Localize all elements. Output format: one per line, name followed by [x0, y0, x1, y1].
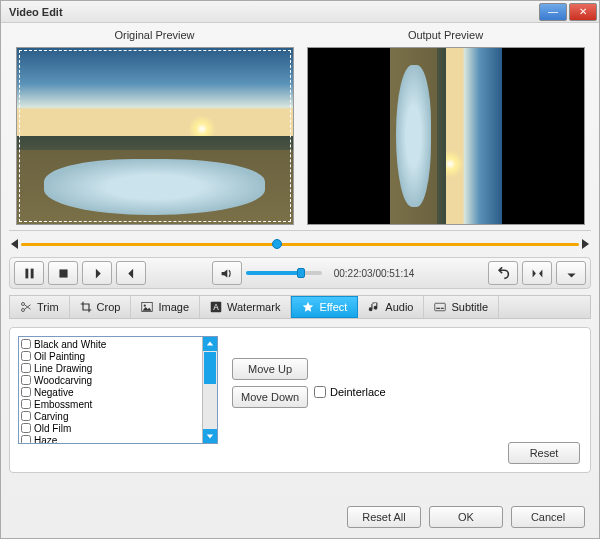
flip-horizontal-button[interactable]	[522, 261, 552, 285]
tab-audio-label: Audio	[385, 301, 413, 313]
list-item[interactable]: Oil Painting	[20, 350, 201, 362]
minimize-button[interactable]: —	[539, 3, 567, 21]
timeline-start-marker[interactable]	[11, 239, 18, 249]
mark-in-button[interactable]	[82, 261, 112, 285]
effect-checkbox[interactable]	[21, 339, 31, 349]
timeline[interactable]	[11, 235, 589, 253]
move-down-button[interactable]: Move Down	[232, 386, 308, 408]
original-preview-box[interactable]	[16, 47, 294, 225]
svg-text:A: A	[213, 303, 219, 312]
window-title: Video Edit	[1, 6, 63, 18]
tab-effect[interactable]: Effect	[291, 296, 358, 318]
tab-trim[interactable]: Trim	[10, 296, 70, 318]
effect-checkbox[interactable]	[21, 363, 31, 373]
svg-rect-2	[59, 269, 67, 277]
svg-rect-9	[435, 303, 446, 311]
list-item[interactable]: Line Drawing	[20, 362, 201, 374]
tab-watermark-label: Watermark	[227, 301, 280, 313]
pause-button[interactable]	[14, 261, 44, 285]
list-item[interactable]: Black and White	[20, 338, 201, 350]
titlebar: Video Edit — ✕	[1, 1, 599, 23]
subtitle-icon	[434, 301, 446, 313]
output-preview-label: Output Preview	[408, 29, 483, 47]
effect-checkbox[interactable]	[21, 375, 31, 385]
close-button[interactable]: ✕	[569, 3, 597, 21]
original-preview-label: Original Preview	[114, 29, 194, 47]
reset-all-button[interactable]: Reset All	[347, 506, 421, 528]
timeline-track[interactable]	[21, 243, 579, 246]
control-bar: 00:22:03/00:51:14	[9, 257, 591, 289]
window-buttons: — ✕	[539, 3, 599, 21]
svg-point-6	[144, 304, 146, 306]
scissors-icon	[20, 301, 32, 313]
list-item[interactable]: Carving	[20, 410, 201, 422]
list-item[interactable]: Old Film	[20, 422, 201, 434]
move-up-button[interactable]: Move Up	[232, 358, 308, 380]
tab-image[interactable]: Image	[131, 296, 200, 318]
scroll-down-arrow[interactable]	[203, 429, 217, 443]
effect-checkbox[interactable]	[21, 423, 31, 433]
time-display: 00:22:03/00:51:14	[334, 268, 415, 279]
list-item[interactable]: Woodcarving	[20, 374, 201, 386]
volume-button[interactable]	[212, 261, 242, 285]
stop-button[interactable]	[48, 261, 78, 285]
effect-checkbox[interactable]	[21, 351, 31, 361]
tab-crop-label: Crop	[97, 301, 121, 313]
footer-buttons: Reset All OK Cancel	[347, 506, 585, 528]
effect-list[interactable]: Black and White Oil Painting Line Drawin…	[18, 336, 218, 444]
tab-audio[interactable]: Audio	[358, 296, 424, 318]
effect-list-items: Black and White Oil Painting Line Drawin…	[19, 337, 202, 443]
volume-slider[interactable]	[246, 271, 322, 275]
list-item[interactable]: Haze	[20, 434, 201, 443]
svg-rect-11	[441, 308, 444, 309]
tab-subtitle[interactable]: Subtitle	[424, 296, 499, 318]
tab-subtitle-label: Subtitle	[451, 301, 488, 313]
cancel-button[interactable]: Cancel	[511, 506, 585, 528]
effect-checkbox[interactable]	[21, 387, 31, 397]
svg-point-4	[22, 303, 25, 306]
scroll-up-arrow[interactable]	[203, 337, 217, 351]
music-note-icon	[368, 301, 380, 313]
image-icon	[141, 301, 153, 313]
original-preview-column: Original Preview	[9, 29, 300, 230]
list-item[interactable]: Embossment	[20, 398, 201, 410]
svg-rect-1	[30, 268, 33, 278]
reset-button[interactable]: Reset	[508, 442, 580, 464]
deinterlace-checkbox[interactable]	[314, 386, 326, 398]
tabs-bar: Trim Crop Image AWatermark Effect Audio …	[9, 295, 591, 319]
svg-rect-0	[25, 268, 28, 278]
mark-out-button[interactable]	[116, 261, 146, 285]
tab-effect-label: Effect	[319, 301, 347, 313]
timeline-end-marker[interactable]	[582, 239, 589, 249]
timeline-playhead[interactable]	[272, 239, 282, 249]
effect-checkbox[interactable]	[21, 411, 31, 421]
output-preview-box[interactable]	[307, 47, 585, 225]
volume-control	[212, 261, 322, 285]
undo-button[interactable]	[488, 261, 518, 285]
preview-area: Original Preview Output Preview	[9, 29, 591, 231]
move-buttons: Move Up Move Down	[232, 336, 308, 464]
text-icon: A	[210, 301, 222, 313]
tab-trim-label: Trim	[37, 301, 59, 313]
output-preview-column: Output Preview	[300, 29, 591, 230]
deinterlace-option[interactable]: Deinterlace	[314, 386, 386, 398]
effect-checkbox[interactable]	[21, 435, 31, 443]
effect-list-scrollbar[interactable]	[202, 337, 217, 443]
rotate-button[interactable]	[556, 261, 586, 285]
scroll-thumb[interactable]	[204, 352, 216, 384]
tab-crop[interactable]: Crop	[70, 296, 132, 318]
effect-panel: Black and White Oil Painting Line Drawin…	[9, 327, 591, 473]
svg-point-3	[22, 309, 25, 312]
crop-icon	[80, 301, 92, 313]
tab-watermark[interactable]: AWatermark	[200, 296, 291, 318]
svg-rect-10	[437, 308, 441, 309]
tab-image-label: Image	[158, 301, 189, 313]
star-icon	[302, 301, 314, 313]
video-edit-window: Video Edit — ✕ Original Preview Output P…	[0, 0, 600, 539]
list-item[interactable]: Negative	[20, 386, 201, 398]
ok-button[interactable]: OK	[429, 506, 503, 528]
deinterlace-label: Deinterlace	[330, 386, 386, 398]
effect-checkbox[interactable]	[21, 399, 31, 409]
